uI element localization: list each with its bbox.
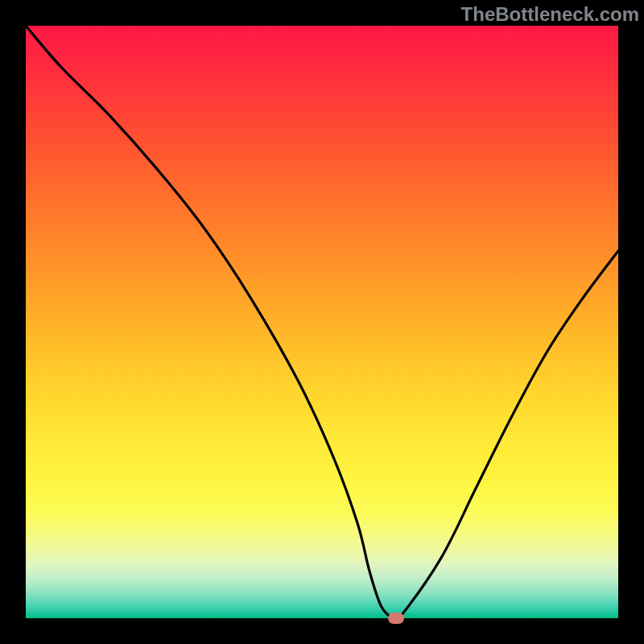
optimum-marker <box>388 613 404 624</box>
watermark-text: TheBottleneck.com <box>461 3 639 26</box>
plot-area <box>26 26 618 618</box>
chart-frame: TheBottleneck.com <box>0 0 644 644</box>
bottleneck-curve <box>26 26 618 618</box>
